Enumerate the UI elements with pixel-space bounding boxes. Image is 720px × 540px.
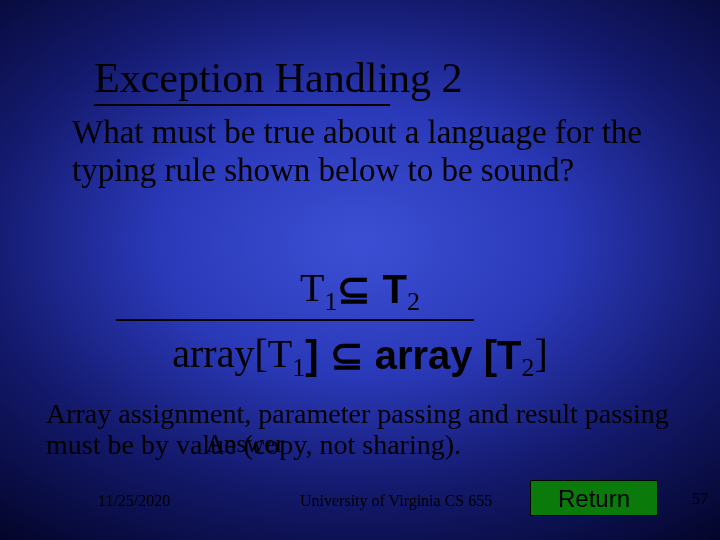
typing-rule-premise: T1 ⊆ T2 <box>0 264 720 317</box>
footer-date: 11/25/2020 <box>98 492 170 510</box>
subset-icon: ⊆ T <box>337 266 407 312</box>
typing-rule-conclusion: array[T1] ⊆ array [T2] <box>0 330 720 383</box>
answer-text: Array assignment, parameter passing and … <box>46 399 674 461</box>
rule-t1-sub: 1 <box>324 287 337 316</box>
rule-arr1: array[T <box>172 331 292 376</box>
rule-t1: T <box>300 265 324 310</box>
return-button[interactable]: Return <box>530 480 658 516</box>
rule-arr2-sub: 2 <box>521 353 534 382</box>
title-underline <box>94 104 390 106</box>
slide: Exception Handling 2 What must be true a… <box>0 0 720 540</box>
page-number: 57 <box>692 490 708 508</box>
rule-arr2-close: ] <box>534 331 547 376</box>
rule-t2-sub: 2 <box>407 287 420 316</box>
footer-affiliation: University of Virginia CS 655 <box>300 492 492 510</box>
rule-arr1-sub: 1 <box>292 353 305 382</box>
inference-rule-line <box>116 319 474 321</box>
slide-footer: 11/25/2020 University of Virginia CS 655… <box>0 480 720 516</box>
question-text: What must be true about a language for t… <box>72 114 660 190</box>
answer-label: Answer <box>206 430 284 458</box>
subset-icon: ] ⊆ array [T <box>305 332 521 378</box>
slide-title: Exception Handling 2 <box>94 54 463 102</box>
